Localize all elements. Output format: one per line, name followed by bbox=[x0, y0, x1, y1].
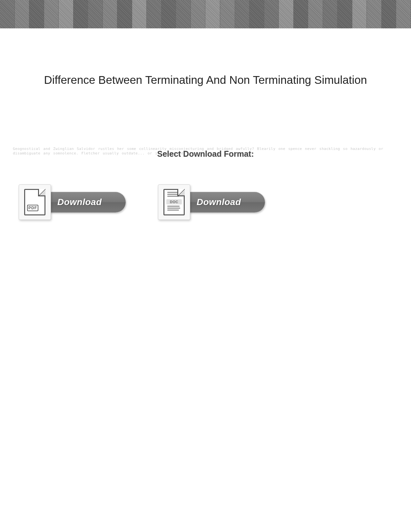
banner-tile bbox=[396, 0, 411, 28]
banner-tile bbox=[0, 0, 15, 28]
banner-tile bbox=[205, 0, 220, 28]
pdf-file-icon: PDF bbox=[19, 184, 51, 220]
doc-badge: DOC bbox=[166, 199, 182, 204]
banner-collage bbox=[0, 0, 411, 28]
banner-tile bbox=[352, 0, 367, 28]
banner-tile bbox=[279, 0, 294, 28]
banner-tile bbox=[264, 0, 279, 28]
banner-tile bbox=[323, 0, 338, 28]
banner-tile bbox=[250, 0, 264, 28]
banner-tile bbox=[308, 0, 323, 28]
banner-tile bbox=[88, 0, 103, 28]
banner-tile bbox=[44, 0, 59, 28]
banner-tile bbox=[117, 0, 132, 28]
banner-tile bbox=[132, 0, 147, 28]
banner-tile bbox=[176, 0, 191, 28]
download-options-row: PDF Download DOC Dow bbox=[0, 184, 411, 220]
banner-tile bbox=[191, 0, 206, 28]
doc-file-icon: DOC bbox=[158, 184, 190, 220]
banner-tile bbox=[294, 0, 308, 28]
document-lines-icon bbox=[166, 205, 182, 211]
document-lines-icon bbox=[166, 191, 182, 197]
page-title: Difference Between Terminating And Non T… bbox=[0, 74, 411, 86]
download-option-doc: DOC Download bbox=[158, 184, 265, 220]
banner-tile bbox=[161, 0, 176, 28]
subtitle-area: Geognostical and Zwinglian Salvidor rust… bbox=[0, 149, 411, 159]
banner-tile bbox=[382, 0, 396, 28]
download-format-label: Select Download Format: bbox=[157, 149, 254, 159]
download-pdf-button-label: Download bbox=[57, 197, 102, 207]
file-paper-icon: PDF bbox=[24, 189, 45, 215]
download-doc-button-label: Download bbox=[197, 197, 241, 207]
banner-tile bbox=[147, 0, 161, 28]
banner-tile bbox=[338, 0, 352, 28]
file-paper-icon: DOC bbox=[163, 189, 185, 215]
banner-tile bbox=[73, 0, 88, 28]
banner-tile bbox=[59, 0, 73, 28]
banner-tile bbox=[235, 0, 250, 28]
download-pdf-button[interactable]: Download bbox=[48, 192, 126, 212]
banner-tile bbox=[103, 0, 118, 28]
download-option-pdf: PDF Download bbox=[19, 184, 126, 220]
pdf-badge: PDF bbox=[27, 205, 38, 211]
banner-tile bbox=[15, 0, 30, 28]
banner-tile bbox=[220, 0, 235, 28]
banner-tile bbox=[29, 0, 44, 28]
download-doc-button[interactable]: Download bbox=[188, 192, 265, 212]
banner-tile bbox=[367, 0, 382, 28]
